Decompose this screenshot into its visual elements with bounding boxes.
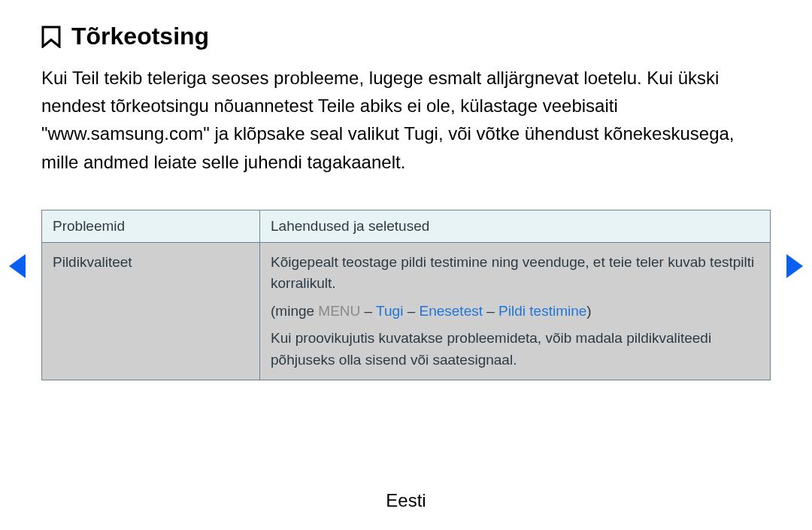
bookmark-icon — [41, 26, 61, 48]
menu-item-menu: MENU — [318, 303, 360, 319]
menu-sep: – — [403, 303, 419, 319]
table-header-problems: Probleemid — [42, 210, 260, 242]
menu-open: (minge — [271, 303, 318, 319]
nav-prev-arrow[interactable] — [9, 254, 26, 278]
solution-para-1: Kõigepealt teostage pildi testimine ning… — [271, 252, 759, 295]
menu-item-pildi-testimine: Pildi testimine — [498, 303, 586, 319]
menu-item-tugi: Tugi — [376, 303, 403, 319]
cell-solution: Kõigepealt teostage pildi testimine ning… — [260, 242, 771, 380]
menu-item-enesetest: Enesetest — [419, 303, 483, 319]
solution-para-2: Kui proovikujutis kuvatakse probleemidet… — [271, 328, 759, 371]
menu-sep: – — [483, 303, 498, 319]
menu-path: (minge MENU – Tugi – Enesetest – Pildi t… — [271, 301, 759, 323]
intro-paragraph: Kui Teil tekib teleriga seoses probleeme… — [41, 64, 771, 176]
nav-next-arrow[interactable] — [786, 254, 803, 278]
page-title: Tõrkeotsing — [71, 23, 209, 50]
title-row: Tõrkeotsing — [41, 23, 771, 50]
menu-close: ) — [586, 303, 591, 319]
table-row: Pildikvaliteet Kõigepealt teostage pildi… — [42, 242, 771, 380]
troubleshooting-table: Probleemid Lahendused ja seletused Pildi… — [41, 210, 771, 381]
cell-problem: Pildikvaliteet — [42, 242, 260, 380]
table-header-solutions: Lahendused ja seletused — [260, 210, 771, 242]
footer-language: Eesti — [0, 490, 812, 511]
menu-sep: – — [360, 303, 376, 319]
